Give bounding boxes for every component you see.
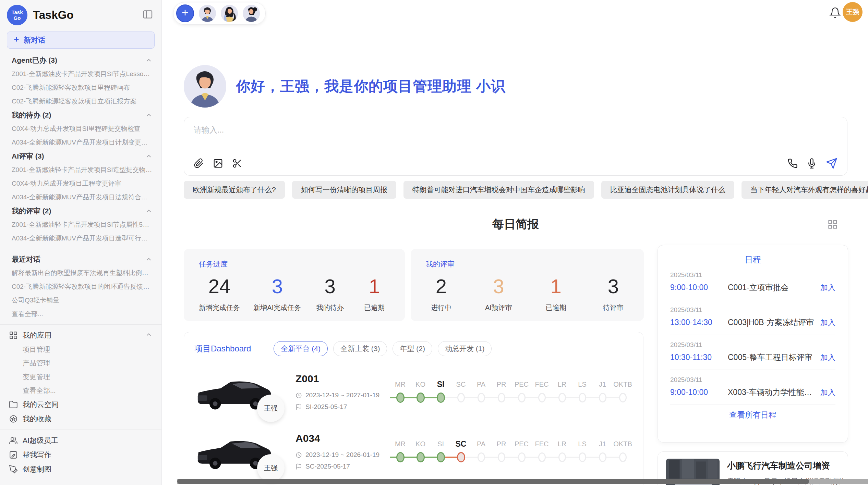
image-icon[interactable]: [213, 158, 223, 169]
list-item[interactable]: A034-全新新能源MUV产品开发项目造型可行性评审: [0, 232, 161, 245]
list-item[interactable]: Z001-全新燃油皮卡产品开发项目SI节点Lesson Learn报告: [0, 67, 161, 81]
join-link[interactable]: 加入: [820, 283, 835, 293]
list-item[interactable]: C02-飞腾新能源轻客改款项目的闭环通告反馈情况: [0, 280, 161, 294]
notification-bell-icon[interactable]: [829, 7, 841, 20]
stat-new-ai-done: 3 新增AI完成任务: [253, 274, 301, 312]
filter-model-year[interactable]: 年型 (2): [393, 341, 432, 356]
dashboard-filters: 全新平台 (4) 全新上装 (3) 年型 (2) 动总开发 (1): [274, 341, 492, 356]
sidebar-item-help-me-write[interactable]: 帮我写作: [0, 448, 161, 462]
view-all-chats[interactable]: 查看全部...: [0, 307, 161, 321]
suggestion-chip[interactable]: 比亚迪全固态电池计划具体说了什么: [601, 181, 734, 199]
view-all-schedule-link[interactable]: 查看所有日程: [670, 410, 835, 420]
schedule-time[interactable]: 9:00-10:00: [670, 283, 728, 292]
stat-pending-review: 3 待评审: [598, 274, 629, 312]
milestone-label: LR: [552, 438, 572, 450]
schedule-name: C003|H0B-方案冻结评审: [728, 317, 816, 328]
scissors-icon[interactable]: [232, 158, 242, 169]
sidebar: Task Go TaskGo 新对话 Agent已办 (3) Z001-全新燃油…: [0, 0, 162, 485]
send-icon[interactable]: [826, 158, 837, 169]
suggestion-chip[interactable]: 如何写一份清晰的项目周报: [292, 181, 396, 199]
suggestion-chip[interactable]: 欧洲新规最近颁布了什么?: [184, 181, 285, 199]
sidebar-item-change-mgmt[interactable]: 变更管理: [0, 370, 161, 384]
sidebar-collapse-icon[interactable]: [142, 9, 153, 21]
avatar[interactable]: [199, 5, 216, 22]
view-all-apps[interactable]: 查看全部...: [0, 384, 161, 397]
microphone-icon[interactable]: [807, 158, 817, 169]
layout-grid-icon[interactable]: [827, 219, 839, 232]
schedule-name: X003-车辆动力学性能验...: [728, 387, 816, 398]
project-row[interactable]: 王强 A034 2023-12-19 ~ 2026-01-19 SC-2025-…: [194, 427, 633, 475]
suggestion-chip[interactable]: 当下年轻人对汽车外观有怎样的喜好趋势: [742, 181, 868, 199]
filter-powertrain[interactable]: 动总开发 (1): [438, 341, 492, 356]
horizontal-scrollbar-thumb[interactable]: [177, 479, 809, 484]
section-header-my-todo[interactable]: 我的待办 (2): [0, 108, 161, 122]
chat-input[interactable]: [194, 125, 605, 135]
sidebar-item-favorites[interactable]: 我的收藏: [0, 412, 161, 426]
schedule-date: 2025/03/11: [670, 341, 835, 349]
horizontal-scrollbar-track[interactable]: [177, 479, 868, 484]
plus-icon: [180, 8, 190, 19]
sidebar-item-project-mgmt[interactable]: 项目管理: [0, 343, 161, 356]
phone-icon[interactable]: [787, 158, 798, 169]
milestone-label: SC: [451, 378, 471, 390]
filter-new-platform[interactable]: 全新平台 (4): [274, 341, 328, 356]
project-code: A034: [296, 433, 385, 444]
milestone-dot: [417, 393, 425, 403]
add-agent-button[interactable]: [176, 4, 194, 22]
attachment-icon[interactable]: [194, 158, 204, 169]
section-header-agent-done[interactable]: Agent已办 (3): [0, 53, 161, 67]
list-item[interactable]: A034-全新新能源MUV产品开发项目法规符合性评审: [0, 190, 161, 204]
list-item[interactable]: 解释最新出台的欧盟报废车法规再生塑料比例被调至15%...: [0, 266, 161, 280]
schedule-date: 2025/03/11: [670, 271, 835, 279]
section-header-my-review[interactable]: 我的评审 (2): [0, 204, 161, 218]
list-item[interactable]: C0X4-动力总成开发项目工程变更评审: [0, 177, 161, 190]
milestone-label: FEC: [532, 378, 552, 390]
sidebar-item-ai-super-staff[interactable]: AI超级员工: [0, 433, 161, 448]
avatar[interactable]: [243, 5, 260, 22]
milestone-dot: [619, 393, 627, 402]
section-header-ai-review[interactable]: AI评审 (3): [0, 149, 161, 163]
project-row[interactable]: 王强 Z001 2023-12-19 ~ 2027-01-19 SI-2025-…: [194, 368, 633, 416]
filter-new-body[interactable]: 全新上装 (3): [333, 341, 387, 356]
stat-new-done: 24 新增完成任务: [199, 274, 240, 312]
sidebar-item-cloud-space[interactable]: 我的云空间: [0, 397, 161, 412]
stat-ai-prereview: 3 AI预评审: [483, 274, 514, 312]
section-header-recent-chats[interactable]: 最近对话: [0, 252, 161, 266]
new-chat-label: 新对话: [24, 35, 45, 45]
app-logo: Task Go: [7, 5, 27, 25]
list-item[interactable]: 公司Q3轻卡销量: [0, 294, 161, 307]
new-chat-button[interactable]: 新对话: [7, 32, 155, 49]
join-link[interactable]: 加入: [820, 387, 835, 398]
project-dashboard: 项目Dashboard 全新平台 (4) 全新上装 (3) 年型 (2) 动总开…: [184, 332, 643, 485]
milestone-dot: [558, 393, 566, 402]
list-item[interactable]: A034-全新新能源MUV产品开发项目计划变更表编写: [0, 136, 161, 149]
card-title: 任务进度: [199, 259, 390, 269]
chevron-up-icon: [145, 331, 153, 340]
schedule-time[interactable]: 9:00-10:00: [670, 388, 728, 397]
milestone-label: J1: [592, 438, 613, 450]
milestone-label: J1: [592, 378, 613, 390]
milestone-label: LR: [552, 378, 572, 390]
list-item[interactable]: C02-飞腾新能源轻客改款项目里程碑画布: [0, 81, 161, 95]
sidebar-item-product-mgmt[interactable]: 产品管理: [0, 356, 161, 370]
schedule-time[interactable]: 13:00-14:30: [670, 318, 728, 327]
list-item[interactable]: Z001-全新燃油轻卡产品开发项目SI造型提交物评审: [0, 163, 161, 177]
chevron-up-icon: [145, 57, 153, 64]
list-item[interactable]: C02-飞腾新能源轻客改款项目立项汇报方案: [0, 95, 161, 108]
join-link[interactable]: 加入: [820, 352, 835, 363]
app-title: TaskGo: [33, 9, 142, 22]
milestone-label: KO: [410, 378, 431, 390]
avatar[interactable]: [221, 5, 238, 22]
suggestion-chip[interactable]: 特朗普可能对进口汽车增税会对中国车企造成哪些影响: [403, 181, 594, 199]
milestone-dot: [478, 452, 485, 462]
sidebar-item-my-apps[interactable]: 我的应用: [0, 328, 161, 343]
join-link[interactable]: 加入: [820, 318, 835, 328]
list-item[interactable]: Z001-全新燃油轻卡产品开发项目SI节点属性5D文件评审: [0, 218, 161, 232]
schedule-time[interactable]: 10:30-11:30: [670, 353, 728, 362]
list-item[interactable]: C0X4-动力总成开发项目SI里程碑提交物检查: [0, 122, 161, 136]
project-owner-badge: 王强: [257, 395, 285, 422]
stat-my-todo: 3 我的待办: [315, 274, 346, 312]
sidebar-item-creative-drawing[interactable]: 创意制图: [0, 462, 161, 476]
milestone-dot: [599, 452, 606, 462]
user-avatar[interactable]: 王强: [843, 2, 863, 22]
